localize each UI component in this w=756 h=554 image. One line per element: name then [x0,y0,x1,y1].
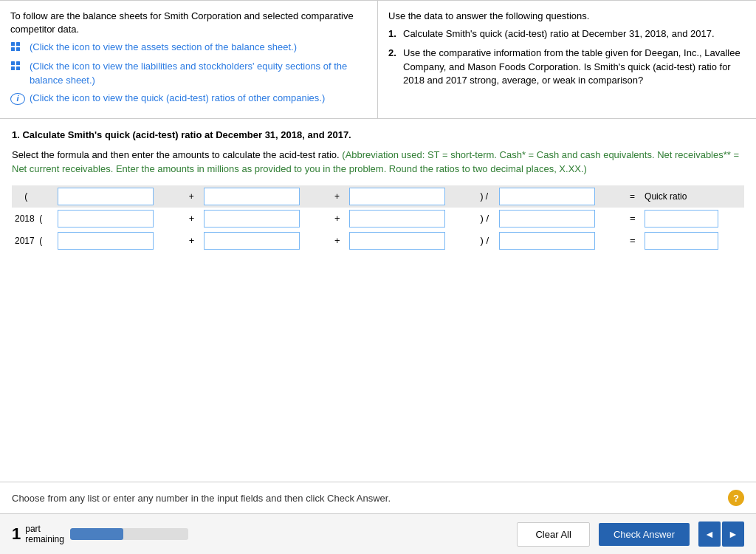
question-2-text: Use the comparative information from the… [403,47,746,87]
header-field-4[interactable] [499,188,595,205]
formula-table: ( + + ) / = Quick ratio 2018 ( + + ) / [12,185,744,252]
bottom-bar: Choose from any list or enter any number… [0,482,756,513]
instruction-plain: Select the formula and then enter the am… [12,149,342,160]
div-2018: ) / [478,208,496,230]
liabilities-link-text: (Click the icon to view the liabilities … [30,60,367,86]
grid-icon-liabilities [10,61,25,75]
input-2017-3[interactable] [346,230,477,252]
clear-all-button[interactable]: Clear All [517,522,589,547]
result-2017[interactable] [642,230,744,252]
input-2017-1[interactable] [55,230,185,252]
formula-row-2017: 2017 ( + + ) / = [12,230,744,252]
input-2018-2[interactable] [201,208,331,230]
assets-link[interactable]: (Click the icon to view the assets secti… [10,41,367,55]
result-2018[interactable] [642,208,744,230]
header-input-4[interactable] [496,185,627,208]
question-1-text: Calculate Smith's quick (acid-test) rati… [403,27,715,41]
svg-rect-3 [16,47,20,51]
svg-rect-6 [11,66,15,70]
footer-bar: 1 part remaining Clear All Check Answer … [0,513,756,554]
header-field-3[interactable] [349,188,445,205]
question-2-number: 2. [388,47,403,87]
field-2017-4[interactable] [499,232,595,250]
div-2017: ) / [478,230,496,252]
header-field-2[interactable] [204,188,300,205]
check-answer-button[interactable]: Check Answer [599,523,690,546]
field-2018-1[interactable] [58,210,154,228]
question-2-item: 2. Use the comparative information from … [388,47,746,87]
part-line1: part [25,524,64,534]
svg-rect-1 [16,42,20,46]
op1-2017: + [186,230,201,252]
field-2018-2[interactable] [204,210,300,228]
formula-row-2018: 2018 ( + + ) / = [12,208,744,230]
year-2017-label: 2017 ( [12,230,55,252]
part-remaining-section: 1 part remaining [12,524,188,544]
instruction-text: Select the formula and then enter the am… [12,148,744,177]
top-left-panel: To follow are the balance sheets for Smi… [0,1,378,118]
grid-icon-assets [10,41,25,55]
op2-2018: + [331,208,346,230]
svg-rect-7 [16,66,20,70]
header-op1: + [186,185,201,208]
header-field-1[interactable] [58,188,154,205]
svg-rect-2 [11,47,15,51]
use-data-instruction: Use the data to answer the following que… [388,10,746,23]
questions-list: 1. Calculate Smith's quick (acid-test) r… [388,27,746,87]
liabilities-link[interactable]: (Click the icon to view the liabilities … [10,60,367,86]
input-2018-4[interactable] [496,208,627,230]
year-2018-label: 2018 ( [12,208,55,230]
bottom-instruction-text: Choose from any list or enter any number… [12,493,728,504]
svg-rect-4 [11,61,15,65]
header-input-2[interactable] [201,185,331,208]
svg-rect-0 [11,42,15,46]
assets-link-text: (Click the icon to view the assets secti… [30,41,297,54]
field-2018-3[interactable] [349,210,445,228]
part-label: part remaining [25,524,64,544]
progress-bar-container [70,528,188,540]
main-content: 1. Calculate Smith's quick (acid-test) r… [0,119,756,482]
svg-rect-5 [16,61,20,65]
input-2018-3[interactable] [346,208,477,230]
header-label: ( [12,185,55,208]
question-1-number: 1. [388,27,403,41]
ratios-link[interactable]: i (Click the icon to view the quick (aci… [10,92,367,105]
top-section: To follow are the balance sheets for Smi… [0,0,756,119]
help-button[interactable]: ? [728,490,744,506]
part-number: 1 [12,524,21,544]
info-icon-ratios: i [10,93,25,105]
input-2017-4[interactable] [496,230,627,252]
eq-2018: = [627,208,642,230]
progress-bar-fill [70,528,123,540]
question-title: 1. Calculate Smith's quick (acid-test) r… [12,129,744,140]
input-2018-1[interactable] [55,208,185,230]
top-right-panel: Use the data to answer the following que… [378,1,756,118]
header-input-3[interactable] [346,185,477,208]
field-2017-3[interactable] [349,232,445,250]
question-1-item: 1. Calculate Smith's quick (acid-test) r… [388,27,746,41]
header-div: ) / [478,185,496,208]
header-equals: = [627,185,642,208]
op1-2018: + [186,208,201,230]
field-2018-4[interactable] [499,210,595,228]
nav-prev-button[interactable]: ◄ [698,521,721,547]
formula-header-row: ( + + ) / = Quick ratio [12,185,744,208]
op2-2017: + [331,230,346,252]
nav-next-button[interactable]: ► [722,521,744,547]
part-line2: remaining [25,534,64,544]
header-op2: + [331,185,346,208]
eq-2017: = [627,230,642,252]
field-2017-2[interactable] [204,232,300,250]
result-field-2018[interactable] [645,210,718,228]
result-field-2017[interactable] [645,232,718,250]
ratios-link-text: (Click the icon to view the quick (acid-… [30,92,325,105]
quick-ratio-label: Quick ratio [642,185,744,208]
field-2017-1[interactable] [58,232,154,250]
header-input-1[interactable] [55,185,185,208]
navigation-buttons: ◄ ► [698,521,744,547]
input-2017-2[interactable] [201,230,331,252]
intro-text: To follow are the balance sheets for Smi… [10,10,367,36]
